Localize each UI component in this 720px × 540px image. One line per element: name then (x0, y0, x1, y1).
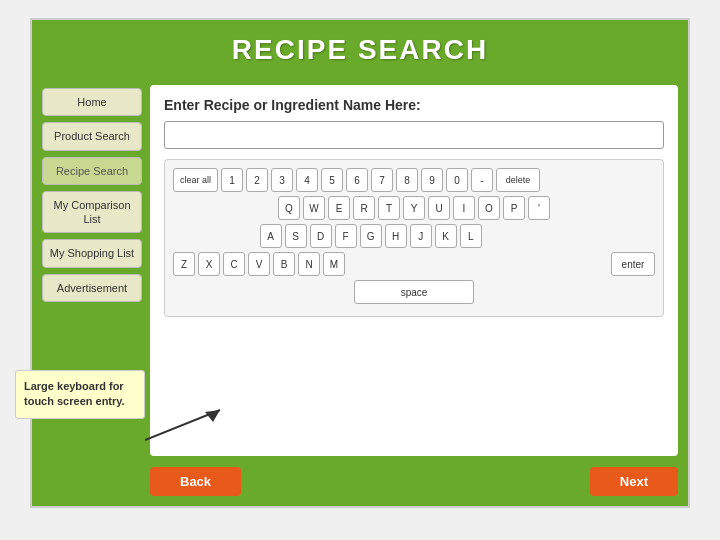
sidebar-item-recipe-search[interactable]: Recipe Search (42, 157, 142, 185)
search-label: Enter Recipe or Ingredient Name Here: (164, 97, 664, 113)
sidebar-item-shopping-list[interactable]: My Shopping List (42, 239, 142, 267)
key-8[interactable]: 8 (396, 168, 418, 192)
key-enter[interactable]: enter (611, 252, 655, 276)
key-clear-all[interactable]: clear all (173, 168, 218, 192)
app-frame: MIVA fresh RECIPE SEARCH Home Product Se… (30, 18, 690, 508)
key-r[interactable]: R (353, 196, 375, 220)
arrow-pointer (145, 390, 235, 450)
key-q[interactable]: Q (278, 196, 300, 220)
keyboard-row-5: space (173, 280, 655, 304)
key-2[interactable]: 2 (246, 168, 268, 192)
key-1[interactable]: 1 (221, 168, 243, 192)
key-u[interactable]: U (428, 196, 450, 220)
key-w[interactable]: W (303, 196, 325, 220)
key-f[interactable]: F (335, 224, 357, 248)
sidebar-item-comparison-list[interactable]: My Comparison List (42, 191, 142, 234)
green-background: MIVA fresh RECIPE SEARCH Home Product Se… (32, 20, 688, 506)
tooltip-box: Large keyboard for touch screen entry. (15, 370, 145, 419)
sidebar-item-advertisement[interactable]: Advertisement (42, 274, 142, 302)
key-e[interactable]: E (328, 196, 350, 220)
key-dash[interactable]: - (471, 168, 493, 192)
search-input[interactable] (164, 121, 664, 149)
keyboard: clear all 1 2 3 4 5 6 7 8 9 0 - delete (164, 159, 664, 317)
key-t[interactable]: T (378, 196, 400, 220)
key-o[interactable]: O (478, 196, 500, 220)
sidebar-item-product-search[interactable]: Product Search (42, 122, 142, 150)
key-space[interactable]: space (354, 280, 474, 304)
sidebar: Home Product Search Recipe Search My Com… (42, 88, 142, 302)
key-l[interactable]: L (460, 224, 482, 248)
key-d[interactable]: D (310, 224, 332, 248)
key-0[interactable]: 0 (446, 168, 468, 192)
key-b[interactable]: B (273, 252, 295, 276)
sidebar-item-home[interactable]: Home (42, 88, 142, 116)
key-c[interactable]: C (223, 252, 245, 276)
key-n[interactable]: N (298, 252, 320, 276)
header-bar: RECIPE SEARCH (32, 20, 688, 80)
keyboard-row-2: Q W E R T Y U I O P ' (173, 196, 655, 220)
back-button[interactable]: Back (150, 467, 241, 496)
key-z[interactable]: Z (173, 252, 195, 276)
page-title: RECIPE SEARCH (232, 34, 488, 66)
key-6[interactable]: 6 (346, 168, 368, 192)
key-v[interactable]: V (248, 252, 270, 276)
tooltip-text: Large keyboard for touch screen entry. (24, 380, 125, 407)
key-delete[interactable]: delete (496, 168, 540, 192)
key-5[interactable]: 5 (321, 168, 343, 192)
key-k[interactable]: K (435, 224, 457, 248)
key-7[interactable]: 7 (371, 168, 393, 192)
key-i[interactable]: I (453, 196, 475, 220)
keyboard-row-4: Z X C V B N M enter (173, 252, 655, 276)
key-j[interactable]: J (410, 224, 432, 248)
keyboard-row-1: clear all 1 2 3 4 5 6 7 8 9 0 - delete (173, 168, 655, 192)
key-m[interactable]: M (323, 252, 345, 276)
next-button[interactable]: Next (590, 467, 678, 496)
key-p[interactable]: P (503, 196, 525, 220)
keyboard-row-3: A S D F G H J K L (173, 224, 655, 248)
key-9[interactable]: 9 (421, 168, 443, 192)
key-4[interactable]: 4 (296, 168, 318, 192)
key-x[interactable]: X (198, 252, 220, 276)
bottom-nav: Back Next (150, 467, 678, 496)
key-s[interactable]: S (285, 224, 307, 248)
key-apostrophe[interactable]: ' (528, 196, 550, 220)
key-y[interactable]: Y (403, 196, 425, 220)
key-3[interactable]: 3 (271, 168, 293, 192)
key-a[interactable]: A (260, 224, 282, 248)
key-g[interactable]: G (360, 224, 382, 248)
key-h[interactable]: H (385, 224, 407, 248)
